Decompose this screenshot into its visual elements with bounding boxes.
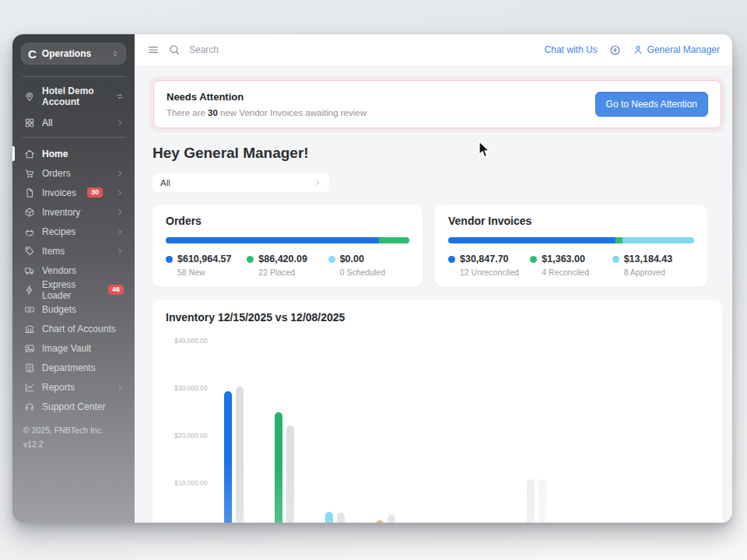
progress-segment (166, 237, 379, 243)
chart-bar (236, 387, 244, 523)
bar-group (224, 341, 244, 523)
search-input[interactable] (189, 44, 407, 55)
sidebar-item-label: Reports (42, 382, 75, 393)
count-badge: 30 (87, 187, 103, 198)
bar-group (527, 341, 546, 523)
bar-group (577, 341, 597, 523)
support-icon (23, 401, 35, 412)
sidebar-item-label: Departments (42, 362, 96, 373)
grid-icon (23, 117, 35, 128)
sidebar-item-vendors[interactable]: Vendors (12, 261, 135, 280)
sidebar-account-switcher[interactable]: Hotel Demo Account (12, 81, 135, 112)
legend-count: 12 Unreconciled (460, 268, 530, 277)
inventory-chart-card: Inventory 12/15/2025 vs 12/08/2025 $40,0… (153, 299, 722, 523)
bolt-icon (23, 284, 35, 296)
user-icon (633, 44, 644, 56)
reports-icon (23, 381, 35, 393)
legend-item: $1,363.00 4 Reconciled (530, 254, 612, 277)
chart-bars (224, 341, 698, 523)
sidebar-item-chart-of-accounts[interactable]: Chart of Accounts (12, 319, 135, 338)
count-badge: 46 (108, 285, 124, 295)
legend-dot (612, 256, 619, 263)
sidebar-footer: © 2025, FNBTech Inc. v12.2 (12, 416, 135, 452)
legend-count: 22 Placed (258, 268, 328, 277)
sidebar-item-label: Vendors (42, 265, 76, 276)
banner-message-suffix: new Vendor Invoices awaiting review (218, 108, 366, 117)
sidebar-item-items[interactable]: Items (12, 241, 135, 261)
sidebar-item-label: Support Center (42, 401, 105, 412)
plus-circle-icon[interactable] (609, 44, 621, 56)
content-area: Needs Attention There are 30 new Vendor … (135, 65, 732, 523)
chevron-right-icon (116, 228, 124, 236)
legend-item: $30,847.70 12 Unreconciled (448, 254, 530, 277)
sidebar-item-label: Home (42, 149, 68, 159)
orders-progress-bar (166, 237, 409, 243)
chart-bar (538, 479, 546, 523)
version-text: v12.2 (23, 438, 124, 452)
sidebar: C Operations Hotel Demo Account All Home… (12, 34, 135, 523)
sidebar-item-reports[interactable]: Reports (12, 377, 135, 397)
sidebar-item-label: Invoices (42, 187, 76, 198)
banner-message-prefix: There are (167, 108, 208, 117)
sidebar-item-express-loader[interactable]: Express Loader 46 (12, 280, 135, 299)
card-title: Orders (166, 215, 409, 227)
banner-count: 30 (208, 108, 218, 117)
invoice-icon (23, 187, 35, 198)
user-menu[interactable]: General Manager (633, 44, 720, 56)
card-legend: $610,964.57 58 New $86,420.09 22 Placed … (166, 254, 409, 277)
budget-icon (23, 303, 35, 315)
hamburger-menu-icon[interactable] (147, 44, 160, 56)
sidebar-divider (22, 76, 125, 77)
sidebar-item-label: Chart of Accounts (42, 324, 116, 334)
sidebar-item-budgets[interactable]: Budgets (12, 299, 135, 319)
chart-bar (337, 513, 345, 523)
sidebar-scope-selector[interactable]: All (12, 112, 135, 133)
legend-amount: $1,363.00 (542, 254, 585, 264)
chart-title: Inventory 12/15/2025 vs 12/08/2025 (166, 311, 709, 324)
sidebar-item-invoices[interactable]: Invoices 30 (12, 183, 135, 202)
main-area: Chat with Us General Manager Needs Atten… (135, 34, 732, 523)
progress-segment (448, 237, 615, 243)
sidebar-item-inventory[interactable]: Inventory (12, 202, 135, 222)
bank-icon (23, 323, 35, 334)
sidebar-nav: Home Orders Invoices 30 Inventory Recipe… (12, 144, 135, 416)
sidebar-item-label: Inventory (42, 207, 80, 218)
legend-item: $86,420.09 22 Placed (247, 254, 328, 277)
chevron-right-icon (314, 179, 321, 187)
org-switcher[interactable]: C Operations (21, 43, 126, 65)
chevron-right-icon (116, 208, 124, 216)
copyright-text: © 2025, FNBTech Inc. (23, 424, 124, 438)
sidebar-item-support-center[interactable]: Support Center (12, 397, 135, 416)
chat-with-us-link[interactable]: Chat with Us (545, 44, 598, 55)
sidebar-item-departments[interactable]: Departments (12, 358, 135, 377)
legend-amount: $13,184.43 (624, 254, 673, 264)
scope-filter-dropdown[interactable]: All (153, 173, 329, 192)
sidebar-item-image-vault[interactable]: Image Vault (12, 338, 135, 358)
legend-amount: $610,964.57 (177, 254, 232, 264)
legend-item: $0.00 0 Scheduled (328, 254, 409, 277)
chevron-right-icon (116, 119, 124, 127)
bar-group (476, 341, 496, 523)
filter-value: All (160, 178, 170, 187)
page-greeting: Hey General Manager! (153, 145, 722, 162)
chart-bar (275, 412, 282, 523)
y-axis-tick-label: $10,000.00 (174, 479, 208, 487)
sidebar-item-home[interactable]: Home (12, 144, 135, 163)
app-window: C Operations Hotel Demo Account All Home… (12, 34, 732, 523)
sidebar-item-label: Budgets (42, 304, 76, 315)
account-name: Hotel Demo Account (42, 86, 109, 107)
legend-count: 8 Approved (624, 268, 694, 277)
scope-label: All (42, 117, 109, 128)
org-name: Operations (42, 48, 91, 59)
go-to-needs-attention-button[interactable]: Go to Needs Attention (595, 92, 708, 117)
chart-bar (325, 512, 333, 523)
legend-amount: $86,420.09 (258, 254, 307, 264)
chevron-right-icon (116, 383, 124, 391)
y-axis-tick-label: $40,000.00 (174, 337, 208, 345)
sidebar-item-orders[interactable]: Orders (12, 163, 135, 183)
chevron-right-icon (116, 170, 124, 177)
legend-dot (247, 256, 254, 263)
cart-icon (23, 167, 35, 179)
sidebar-item-recipes[interactable]: Recipes (12, 222, 135, 241)
legend-count: 0 Scheduled (340, 268, 409, 277)
